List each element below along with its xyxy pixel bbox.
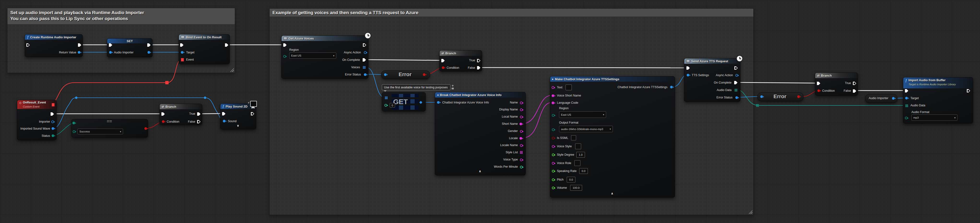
async-action-pin[interactable] [735, 74, 738, 77]
wire-exec-oncomplete-to-branch3[interactable] [737, 82, 818, 83]
error-status-pin[interactable] [735, 96, 738, 99]
node-header[interactable]: Get Azure Voices [282, 36, 368, 41]
node-header[interactable]: ⇄ Branch [815, 73, 858, 78]
voice-role-input-box[interactable] [574, 160, 581, 166]
wire-shortname-to-voiceshortname[interactable] [522, 95, 552, 123]
exec-out-pin[interactable] [363, 43, 366, 47]
node-break-azure-voice-info[interactable]: ◂ Break Chatbot Integrator Azure Voice I… [435, 92, 526, 176]
language-code-pin[interactable] [552, 101, 554, 104]
node-header[interactable]: Send Azure TTS Request [684, 59, 740, 64]
voice-style-pin[interactable] [552, 145, 555, 148]
exec-out-pin[interactable] [78, 43, 81, 47]
false-exec-pin[interactable] [197, 120, 200, 123]
node-import-audio-from-buffer[interactable]: ƒ Import Audio from Buffer Target is Run… [903, 77, 973, 123]
exec-out-pin[interactable] [51, 112, 54, 116]
audio-data-array-pin[interactable] [905, 104, 906, 105]
audio-importer-in-pin[interactable] [109, 51, 112, 54]
exec-out-pin[interactable] [734, 66, 738, 70]
array-in-pin[interactable] [385, 96, 386, 97]
is-ssml-checkbox[interactable] [571, 135, 576, 140]
node-header[interactable]: ⇄ Branch [440, 51, 482, 56]
event-delegate-pin[interactable] [181, 58, 184, 62]
node-header[interactable]: ◂ Break Chatbot Integrator Azure Voice I… [435, 92, 525, 98]
style-degree-pin[interactable] [552, 153, 555, 156]
gender-pin[interactable] [520, 130, 523, 133]
node-header[interactable]: ▸ Make Chatbot Integrator Azure TTSSetti… [550, 76, 675, 82]
node-error-2[interactable]: Error [757, 92, 803, 101]
false-exec-pin[interactable] [853, 89, 856, 93]
element-out-pin[interactable] [419, 101, 422, 104]
local-name-pin[interactable] [520, 116, 523, 118]
text-pin[interactable] [552, 86, 554, 89]
tts-settings-pin[interactable] [687, 74, 689, 76]
true-exec-pin[interactable] [853, 82, 856, 85]
volume-pin[interactable] [552, 187, 555, 189]
async-action-pin[interactable] [364, 51, 366, 54]
exec-in-pin[interactable] [180, 43, 183, 47]
audio-importer-var-pin[interactable] [892, 97, 895, 100]
exec-in-pin[interactable] [26, 43, 30, 47]
region-pin[interactable] [283, 55, 286, 58]
node-bind-event-to-on-result[interactable]: Bind Event to On Result Target Event [179, 34, 230, 64]
node-set-audio-importer[interactable]: SET Audio Importer [107, 38, 153, 57]
style-degree-input-box[interactable]: 1.0 [576, 152, 585, 158]
node-audio-importer-variable[interactable]: Audio Importer [865, 94, 897, 103]
collapse-chevron[interactable]: ∧ [611, 191, 614, 195]
node-header[interactable]: ◇ OnResult_Event Custom Event [17, 100, 56, 109]
collapse-chevron[interactable]: ∧ [479, 169, 481, 173]
node-header[interactable]: ƒ Import Audio from Buffer Target is Run… [903, 77, 973, 89]
node-create-runtime-audio-importer[interactable]: ƒ Create Runtime Audio Importer Return V… [25, 34, 83, 57]
audio-format-pin[interactable] [905, 117, 908, 119]
speech-bubble-icon[interactable] [452, 88, 454, 89]
region-pin[interactable] [552, 114, 555, 117]
return-value-pin[interactable] [78, 51, 80, 54]
ttssettings-out-pin[interactable] [670, 86, 673, 89]
voice-short-name-pin[interactable] [552, 94, 554, 97]
audio-data-array-pin[interactable] [735, 89, 735, 90]
node-branch-2[interactable]: ⇄ Branch True Condition False [439, 50, 482, 71]
node-branch-1[interactable]: ⇄ Branch True Condition False [159, 104, 202, 125]
condition-pin[interactable] [162, 120, 164, 123]
speaking-rate-input-box[interactable]: 0.0 [579, 168, 588, 174]
node-header[interactable]: ⇄ Branch [160, 104, 202, 109]
display-name-pin[interactable] [520, 109, 523, 111]
false-exec-pin[interactable] [477, 66, 480, 70]
exec-in-pin[interactable] [905, 89, 908, 92]
pitch-input-box[interactable]: 0.0 [567, 177, 575, 182]
exec-in-pin[interactable] [441, 59, 445, 62]
exec-in-pin[interactable] [686, 66, 690, 70]
node-header[interactable]: ƒ Create Runtime Audio Importer [25, 35, 83, 40]
exec-out-pin[interactable] [967, 89, 970, 92]
node-array-get[interactable]: GET 0 [382, 92, 426, 111]
volume-input-box[interactable]: 100.0 [570, 185, 582, 191]
audio-format-dropdown[interactable]: mp3▾ [912, 114, 958, 121]
output-format-pin[interactable] [552, 128, 555, 131]
name-pin[interactable] [520, 101, 523, 104]
node-header[interactable]: Bind Event to On Result [179, 35, 229, 40]
struct-in-pin[interactable] [437, 101, 440, 104]
words-per-minute-pin[interactable] [520, 166, 523, 168]
exec-in-pin[interactable] [817, 82, 820, 85]
exec-in-pin[interactable] [283, 43, 286, 47]
wire-exec-oncomplete-to-branch2[interactable] [365, 60, 442, 60]
node-header[interactable]: SET [107, 39, 152, 43]
node-get-azure-voices[interactable]: Get Azure Voices Region East US▾ Async A… [282, 35, 368, 79]
blueprint-graph-canvas[interactable]: Set up audio import and playback via Run… [0, 0, 980, 223]
reroute-node-array[interactable] [756, 104, 759, 107]
audio-importer-out-pin[interactable] [148, 51, 150, 54]
short-name-pin[interactable] [520, 123, 522, 125]
node-send-azure-tts-request[interactable]: Send Azure TTS Request TTS Settings Asyn… [684, 58, 740, 102]
equal-result-pin[interactable] [145, 127, 147, 130]
equal-b-pin[interactable] [73, 130, 75, 133]
output-delegate-pin[interactable] [52, 103, 55, 107]
true-exec-pin[interactable] [197, 112, 200, 116]
speaking-rate-pin[interactable] [552, 170, 555, 172]
reroute-node[interactable] [204, 96, 206, 99]
node-onresult-custom-event[interactable]: ◇ OnResult_Event Custom Event Importer I… [17, 100, 57, 140]
text-input-box[interactable] [566, 85, 572, 90]
sound-pin[interactable] [223, 120, 226, 122]
exec-in-pin[interactable] [161, 112, 165, 116]
importer-pin[interactable] [51, 120, 54, 123]
expand-advanced-chevron[interactable]: ∨ [237, 124, 239, 127]
style-list-array-pin[interactable] [520, 151, 521, 152]
